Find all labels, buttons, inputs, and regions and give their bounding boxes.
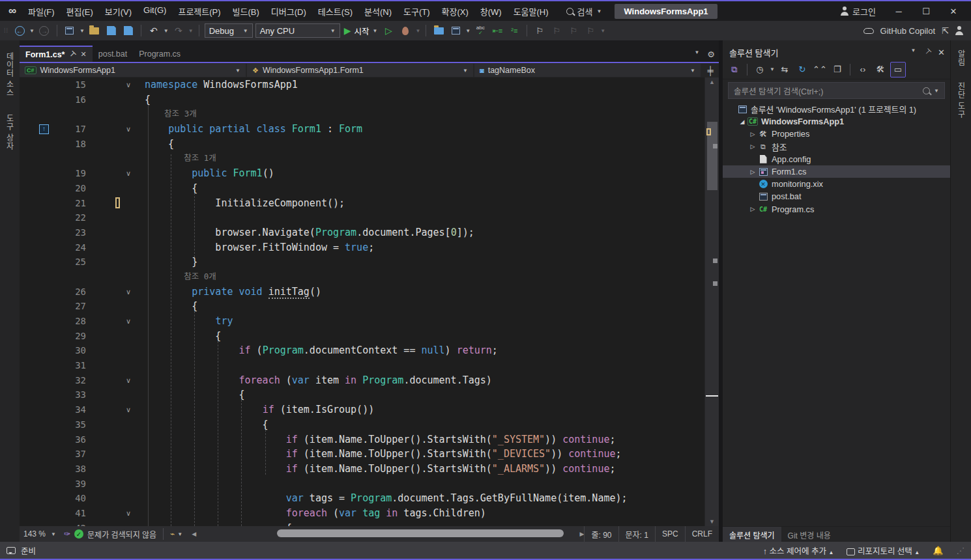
- code-line[interactable]: 42 {: [20, 521, 704, 526]
- code-line[interactable]: 16{: [20, 92, 704, 107]
- code-line[interactable]: 25 }: [20, 255, 704, 270]
- code-line[interactable]: 33 {: [20, 387, 704, 402]
- fold-margin[interactable]: ∨: [121, 506, 136, 521]
- code-line[interactable]: 29 {: [20, 329, 704, 344]
- scroll-down-arrow[interactable]: ▼: [705, 518, 719, 525]
- navigate-forward-button[interactable]: →: [37, 23, 51, 38]
- solution-platform-dropdown[interactable]: Any CPU ▼: [255, 23, 340, 38]
- view-code-icon[interactable]: ‹›: [855, 62, 871, 77]
- hscrollbar-thumb[interactable]: [277, 529, 564, 537]
- feedback-icon[interactable]: [7, 547, 16, 554]
- code-line[interactable]: 41∨ foreach (var tag in tags.Children): [20, 506, 704, 521]
- split-editor-button[interactable]: ╪: [702, 66, 719, 76]
- editor-vertical-scrollbar[interactable]: ▲ ▼: [704, 77, 719, 526]
- menu-item-2[interactable]: 보기(V): [99, 3, 138, 20]
- resize-grip[interactable]: ⋰: [957, 546, 965, 555]
- tree-expander[interactable]: ▷: [747, 169, 758, 175]
- menu-item-5[interactable]: 빌드(B): [227, 3, 265, 20]
- fold-margin[interactable]: ∨: [121, 285, 136, 300]
- tree-item-monitoring-xix[interactable]: ✕monitoring.xix: [723, 178, 950, 190]
- spell-check-button[interactable]: abc✓: [473, 23, 487, 38]
- menu-item-0[interactable]: 파일(F): [22, 3, 61, 20]
- side-tab-1[interactable]: 도구 상자: [0, 110, 20, 154]
- panel-close-icon[interactable]: ✕: [938, 48, 945, 57]
- sync-with-active-document-icon[interactable]: ⇆: [777, 62, 792, 77]
- next-bookmark-button[interactable]: ⚐: [566, 23, 581, 38]
- inheritance-indicator-icon[interactable]: ↑: [39, 124, 49, 134]
- minimize-button[interactable]: ─: [885, 1, 912, 21]
- panel-menu-dropdown[interactable]: ▼: [911, 48, 916, 57]
- code-line[interactable]: 37 if (item.Name.ToUpper().StartsWith("_…: [20, 447, 704, 462]
- scroll-up-arrow[interactable]: ▲: [705, 79, 719, 85]
- undo-dropdown[interactable]: ▼: [164, 28, 169, 34]
- caret-line-indicator[interactable]: 줄: 90: [584, 526, 618, 542]
- notifications-bell-icon[interactable]: 🔔: [933, 546, 943, 555]
- code-line[interactable]: 38 if (item.Name.ToUpper().StartsWith("_…: [20, 462, 704, 477]
- code-line[interactable]: 27 {: [20, 299, 704, 314]
- code-line[interactable]: 21 InitializeComponent();: [20, 196, 704, 211]
- pending-changes-filter-icon[interactable]: ◷: [752, 62, 768, 77]
- new-project-dropdown[interactable]: ▼: [80, 28, 85, 34]
- menu-item-11[interactable]: 창(W): [474, 3, 508, 20]
- hot-reload-button[interactable]: [398, 23, 413, 38]
- codelens-references[interactable]: 참조 3개: [145, 107, 704, 122]
- code-line[interactable]: 참조 3개: [20, 107, 704, 122]
- code-line[interactable]: 30 if (Program.documentContext == null) …: [20, 343, 704, 358]
- format-selection-button[interactable]: ⇤≡: [490, 23, 504, 38]
- new-project-button[interactable]: [63, 23, 77, 38]
- code-line[interactable]: 22: [20, 210, 704, 225]
- fold-margin[interactable]: ∨: [121, 314, 136, 329]
- properties-wrench-icon[interactable]: 🛠: [873, 62, 888, 77]
- code-line[interactable]: 40 var tags = Program.document.Tags.GetB…: [20, 491, 704, 506]
- search-options-dropdown[interactable]: ▼: [934, 88, 939, 94]
- code-cleanup-broom-icon[interactable]: ⌁: [170, 529, 175, 539]
- tab-close-icon[interactable]: ✕: [81, 50, 87, 59]
- code-line[interactable]: 34∨ if (item.IsGroup()): [20, 402, 704, 417]
- document-tab-post-bat[interactable]: post.bat: [93, 46, 133, 62]
- add-to-source-control-button[interactable]: ↑ 소스 제어에 추가 ▲: [763, 544, 834, 557]
- menu-item-6[interactable]: 디버그(D): [265, 3, 312, 20]
- code-line[interactable]: 23 browser.Navigate(Program.document.Pag…: [20, 225, 704, 240]
- show-output-window-button[interactable]: [448, 23, 463, 38]
- github-copilot-label[interactable]: GitHub Copilot: [880, 26, 936, 36]
- menu-item-1[interactable]: 편집(E): [61, 3, 99, 20]
- tree-item-app-config[interactable]: App.config: [723, 153, 950, 165]
- navigate-back-dropdown[interactable]: ▼: [29, 28, 35, 34]
- toggle-bookmark-button[interactable]: ⚐: [532, 23, 547, 38]
- solution-search-input[interactable]: 솔루션 탐색기 검색(Ctrl+;) ▼: [728, 82, 945, 99]
- code-line[interactable]: ↑17∨ public partial class Form1 : Form: [20, 122, 704, 137]
- code-line[interactable]: 26∨ private void initTag(): [20, 285, 704, 300]
- menu-item-7[interactable]: 테스트(S): [312, 3, 358, 20]
- indentation-indicator[interactable]: SPC: [655, 526, 685, 542]
- output-window-dropdown[interactable]: ▼: [465, 28, 471, 34]
- switch-views-icon[interactable]: ⧉: [727, 62, 742, 77]
- redo-button[interactable]: ↷: [171, 23, 186, 38]
- fold-margin[interactable]: ∨: [121, 77, 136, 92]
- fold-margin[interactable]: ∨: [121, 122, 136, 137]
- tree-item-form1-cs[interactable]: ▷Form1.cs: [723, 165, 950, 178]
- menu-item-10[interactable]: 확장(X): [436, 3, 474, 20]
- menu-item-9[interactable]: 도구(T): [398, 3, 436, 20]
- tree-expander[interactable]: ▷: [747, 143, 758, 150]
- maximize-button[interactable]: ☐: [912, 1, 940, 21]
- code-line[interactable]: 28∨ try: [20, 314, 704, 329]
- code-line[interactable]: 24 browser.FitToWindow = true;: [20, 240, 704, 255]
- tree-expander[interactable]: ◢: [737, 119, 747, 125]
- properties-pages-icon[interactable]: ❐: [830, 62, 845, 77]
- close-button[interactable]: ✕: [940, 1, 967, 21]
- fold-margin[interactable]: ∨: [121, 166, 136, 181]
- sign-in-button[interactable]: 로그인: [841, 5, 876, 18]
- side-tab-0[interactable]: 데이터 소스: [0, 48, 20, 101]
- tree-item-windowsformsapp1[interactable]: ◢C#WindowsFormsApp1: [723, 115, 950, 128]
- select-repository-button[interactable]: 리포지토리 선택 ▲: [847, 544, 920, 557]
- tree-item-program-cs[interactable]: ▷C#Program.cs: [723, 203, 950, 216]
- menu-item-8[interactable]: 분석(N): [358, 3, 398, 20]
- right-side-tab-0[interactable]: 알림: [951, 46, 971, 70]
- collapse-all-icon[interactable]: ⌃⌃: [812, 62, 828, 77]
- code-cleanup-dropdown[interactable]: ▼: [177, 531, 182, 537]
- feedback-person-icon[interactable]: [955, 31, 963, 35]
- document-tab-Form1-cs-[interactable]: Form1.cs*⊤✕: [20, 46, 93, 62]
- health-label[interactable]: 문제가 검색되지 않음: [87, 529, 156, 540]
- search-box[interactable]: 검색 ▼: [566, 5, 602, 18]
- code-line[interactable]: 참조 1개: [20, 151, 704, 166]
